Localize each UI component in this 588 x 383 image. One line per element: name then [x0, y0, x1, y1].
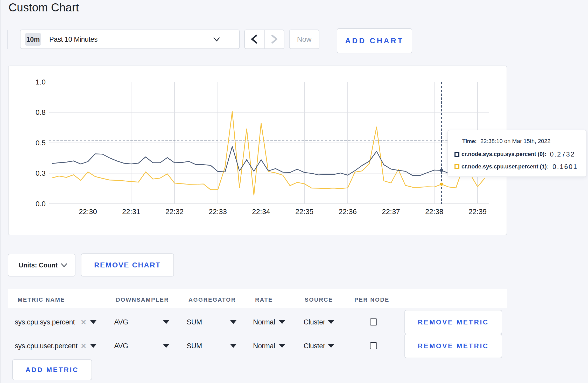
- tooltip: Time: 22:38:10 on Mar 15th, 2022 cr.node…: [447, 130, 587, 177]
- svg-text:22:37: 22:37: [382, 208, 400, 216]
- time-badge: 10m: [25, 33, 41, 46]
- svg-text:0.8: 0.8: [36, 108, 46, 116]
- remove-metric-0[interactable]: REMOVE METRIC: [404, 310, 502, 334]
- legend-swatch-1: [454, 164, 459, 169]
- time-select[interactable]: 10m Past 10 Minutes: [20, 30, 240, 49]
- svg-text:22:31: 22:31: [122, 208, 140, 216]
- svg-text:0.0: 0.0: [36, 200, 46, 208]
- svg-text:0.5: 0.5: [36, 139, 46, 147]
- add-chart[interactable]: ADD CHART: [337, 28, 412, 53]
- title: Custom Chart: [9, 2, 79, 13]
- divider: [8, 30, 8, 49]
- svg-text:22:38: 22:38: [425, 208, 443, 216]
- svg-text:22:32: 22:32: [165, 208, 184, 216]
- svg-text:22:33: 22:33: [209, 208, 227, 216]
- svg-text:22:30: 22:30: [79, 208, 97, 216]
- chart-svg: 1.0 0.8 0.5 0.3 0.0 22:30 22:31 22:32 22…: [9, 66, 507, 235]
- custom-chart-page: Custom Chart 10m Past 10 Minutes Now ADD…: [0, 0, 588, 383]
- svg-text:22:36: 22:36: [339, 208, 357, 216]
- clear-1: ×: [81, 341, 86, 351]
- per-node-1[interactable]: [370, 342, 377, 349]
- now-btn[interactable]: Now: [289, 30, 319, 49]
- svg-text:1.0: 1.0: [36, 78, 46, 86]
- metric-name-0: sys.cpu.sys.percent: [15, 318, 75, 326]
- legend-swatch-0: [454, 152, 459, 157]
- svg-text:22:39: 22:39: [468, 208, 487, 216]
- metric-name-1: sys.cpu.user.percent: [15, 342, 78, 350]
- remove-metric-1[interactable]: REMOVE METRIC: [404, 334, 502, 358]
- page-border: [1, 0, 1, 383]
- svg-text:22:34: 22:34: [252, 208, 270, 216]
- add-metric[interactable]: ADD METRIC: [12, 359, 92, 380]
- per-node-0[interactable]: [370, 318, 377, 325]
- clear-0: ×: [81, 317, 86, 327]
- svg-text:22:35: 22:35: [295, 208, 313, 216]
- remove-chart[interactable]: REMOVE CHART: [81, 253, 174, 276]
- svg-text:0.3: 0.3: [36, 169, 46, 177]
